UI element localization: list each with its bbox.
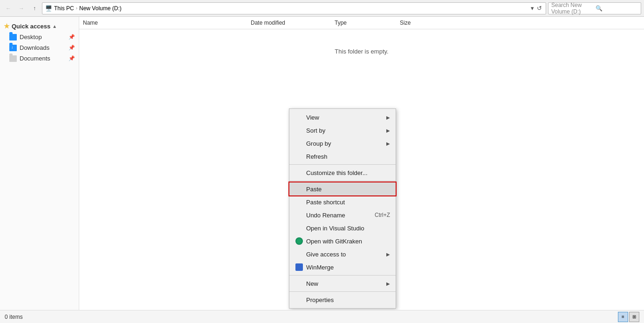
refresh-button[interactable]: ↺ [536, 5, 543, 12]
breadcrumb-sep1: › [76, 6, 77, 11]
empty-message: This folder is empty. [335, 48, 388, 55]
ctx-separator-4 [289, 291, 396, 292]
ctx-winmerge-label: WinMerge [306, 264, 334, 271]
statusbar: 0 items ≡ ⊞ [0, 310, 644, 323]
ctx-new-icon [295, 279, 303, 288]
back-button[interactable]: ← [3, 3, 14, 14]
ctx-item-customize[interactable]: Customize this folder... [289, 166, 396, 179]
downloads-folder-icon: ↓ [9, 45, 17, 51]
context-menu: View ▶ Sort by ▶ Group by ▶ Refresh [289, 108, 396, 309]
ctx-new-label: New [306, 280, 318, 287]
ctx-separator-2 [289, 181, 396, 181]
ctx-item-gitkraken[interactable]: Open with GitKraken [289, 235, 396, 248]
items-count: 0 items [5, 314, 23, 320]
ctx-item-properties[interactable]: Properties [289, 293, 396, 306]
ctx-item-paste-shortcut[interactable]: Paste shortcut [289, 195, 396, 209]
col-header-date[interactable]: Date modified [249, 19, 333, 27]
ctx-sort-label: Sort by [306, 127, 325, 134]
breadcrumb: This PC › New Volume (D:) [54, 5, 122, 12]
ctx-refresh-label: Refresh [306, 153, 328, 160]
col-header-name[interactable]: Name [81, 19, 249, 27]
ctx-item-group-by[interactable]: Group by ▶ [289, 137, 396, 150]
ctx-customize-label: Customize this folder... [306, 169, 368, 176]
ctx-paste-icon [295, 185, 303, 193]
col-header-type[interactable]: Type [333, 19, 398, 27]
ctx-refresh-icon [295, 152, 303, 161]
view-details-button[interactable]: ≡ [618, 312, 628, 322]
pin-icon-downloads: 📌 [69, 45, 75, 51]
sidebar-item-documents[interactable]: Documents 📌 [0, 53, 79, 64]
sidebar: ★ Quick access ▲ Desktop 📌 ↓ Downloads 📌… [0, 17, 79, 310]
address-controls: ▾ ↺ [530, 5, 543, 12]
documents-folder-icon [9, 55, 17, 62]
ctx-customize-icon [295, 168, 303, 177]
ctx-properties-icon [295, 296, 303, 304]
forward-button[interactable]: → [16, 3, 27, 14]
sidebar-item-label-downloads: Downloads [20, 44, 49, 51]
ctx-view-icon [295, 113, 303, 121]
ctx-paste-shortcut-label: Paste shortcut [306, 199, 345, 206]
main-layout: ★ Quick access ▲ Desktop 📌 ↓ Downloads 📌… [0, 17, 644, 310]
sidebar-item-label-documents: Documents [20, 55, 50, 62]
ctx-undo-icon [295, 211, 303, 219]
pin-icon-documents: 📌 [69, 55, 75, 61]
ctx-separator-1 [289, 164, 396, 165]
ctx-item-give-access[interactable]: Give access to ▶ [289, 248, 396, 261]
search-placeholder: Search New Volume (D:) [551, 2, 594, 15]
ctx-item-undo-rename[interactable]: Undo Rename Ctrl+Z [289, 209, 396, 222]
ctx-access-label: Give access to [306, 251, 346, 258]
ctx-group-label: Group by [306, 140, 331, 147]
ctx-vs-label: Open in Visual Studio [306, 225, 364, 232]
ctx-group-arrow-icon: ▶ [386, 141, 390, 146]
sidebar-item-downloads[interactable]: ↓ Downloads 📌 [0, 42, 79, 53]
quick-access-star-icon: ★ [4, 22, 10, 30]
quick-access-header[interactable]: ★ Quick access ▲ [0, 20, 79, 32]
ctx-view-arrow-icon: ▶ [386, 115, 390, 120]
volume-label[interactable]: New Volume (D:) [79, 5, 122, 12]
address-dropdown-button[interactable]: ▾ [530, 5, 535, 12]
search-bar[interactable]: Search New Volume (D:) 🔍 [548, 2, 641, 14]
ctx-item-refresh[interactable]: Refresh [289, 150, 396, 163]
quick-access-label: Quick access [12, 23, 50, 30]
address-bar[interactable]: 🖥️ This PC › New Volume (D:) ▾ ↺ [42, 2, 546, 14]
ctx-paste-shortcut-icon [295, 198, 303, 206]
col-header-size[interactable]: Size [398, 19, 454, 27]
ctx-new-arrow-icon: ▶ [386, 281, 390, 286]
ctx-item-view[interactable]: View ▶ [289, 111, 396, 124]
ctx-gitkraken-label: Open with GitKraken [306, 238, 362, 245]
ctx-sort-arrow-icon: ▶ [386, 128, 390, 133]
view-icons: ≡ ⊞ [618, 312, 639, 322]
ctx-item-paste[interactable]: Paste [289, 182, 396, 195]
search-icon: 🔍 [596, 5, 638, 12]
view-large-button[interactable]: ⊞ [629, 312, 639, 322]
ctx-paste-label: Paste [306, 186, 322, 193]
ctx-undo-shortcut: Ctrl+Z [375, 212, 390, 218]
column-headers: Name Date modified Type Size [79, 17, 644, 29]
ctx-separator-3 [289, 275, 396, 276]
ctx-access-arrow-icon: ▶ [386, 252, 390, 257]
pc-icon: 🖥️ [45, 5, 52, 12]
sidebar-item-desktop[interactable]: Desktop 📌 [0, 32, 79, 42]
pin-icon-desktop: 📌 [69, 34, 75, 40]
ctx-properties-label: Properties [306, 296, 334, 303]
quick-access-chevron-icon: ▲ [52, 24, 57, 29]
ctx-view-label: View [306, 114, 319, 121]
desktop-folder-icon [9, 34, 17, 40]
ctx-sort-icon [295, 126, 303, 135]
ctx-winmerge-icon [295, 263, 303, 271]
titlebar: ← → ↑ 🖥️ This PC › New Volume (D:) ▾ ↺ S… [0, 0, 644, 17]
ctx-undo-label: Undo Rename [306, 212, 345, 219]
ctx-group-icon [295, 139, 303, 148]
ctx-vs-icon [295, 224, 303, 232]
ctx-gitkraken-icon [295, 237, 303, 245]
sidebar-item-label-desktop: Desktop [20, 34, 42, 40]
ctx-item-open-vs[interactable]: Open in Visual Studio [289, 222, 396, 235]
file-area: Name Date modified Type Size This folder… [79, 17, 644, 310]
up-button[interactable]: ↑ [29, 3, 40, 14]
ctx-item-sort-by[interactable]: Sort by ▶ [289, 124, 396, 137]
ctx-item-new[interactable]: New ▶ [289, 277, 396, 290]
ctx-access-icon [295, 250, 303, 258]
ctx-item-winmerge[interactable]: WinMerge [289, 261, 396, 274]
this-pc-label[interactable]: This PC [54, 5, 74, 12]
